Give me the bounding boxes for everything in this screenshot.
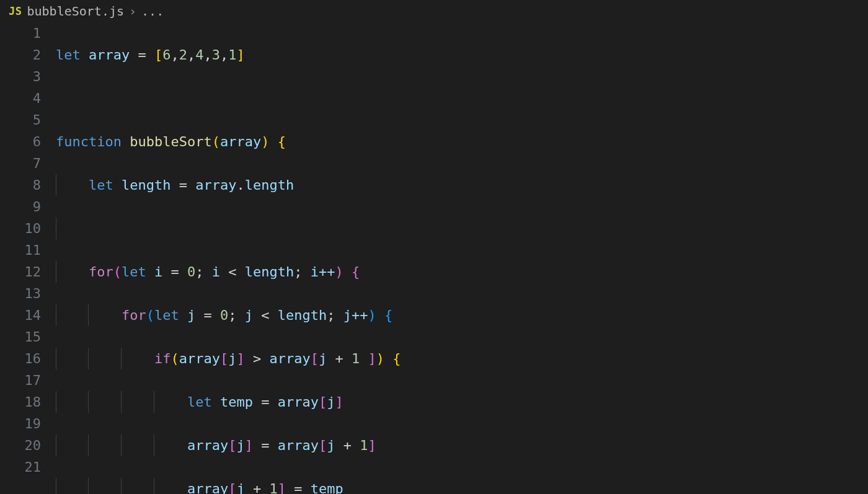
operator: = (261, 394, 269, 410)
code-line[interactable] (56, 87, 868, 109)
code-line[interactable]: function bubbleSort(array) { (56, 131, 868, 152)
identifier: array (187, 438, 228, 453)
operator: + (335, 351, 343, 366)
operator: = (138, 47, 146, 63)
number: 1 (352, 351, 360, 366)
line-number: 16 (0, 348, 41, 369)
operator: < (228, 264, 236, 280)
line-number: 17 (0, 369, 41, 391)
identifier: length (278, 307, 327, 323)
identifier: j (187, 307, 195, 323)
line-number: 4 (0, 87, 41, 109)
keyword: let (154, 307, 179, 323)
identifier: length (245, 264, 294, 280)
identifier: j (319, 351, 327, 366)
identifier: array (187, 481, 228, 494)
identifier: array (179, 351, 220, 366)
keyword: let (187, 394, 212, 410)
operator: = (294, 481, 302, 494)
line-number: 14 (0, 304, 41, 326)
line-number: 7 (0, 152, 41, 174)
identifier: array (278, 394, 319, 410)
code-area[interactable]: let array = [6,2,4,3,1] function bubbleS… (56, 22, 868, 494)
line-number: 9 (0, 196, 41, 218)
identifier: temp (220, 394, 253, 410)
identifier: j (327, 438, 335, 453)
code-line[interactable] (56, 218, 868, 239)
keyword: if (154, 351, 171, 366)
breadcrumb-tail[interactable]: ... (141, 4, 164, 19)
line-number: 13 (0, 283, 41, 304)
identifier: temp (311, 481, 343, 494)
line-number: 8 (0, 174, 41, 196)
operator: = (261, 438, 269, 453)
operator: + (343, 438, 352, 453)
line-number: 21 (0, 456, 41, 478)
identifier: j (327, 394, 335, 410)
identifier: j (245, 307, 253, 323)
identifier: array (89, 47, 130, 63)
line-number: 10 (0, 218, 41, 239)
line-number: 3 (0, 66, 41, 87)
keyword: let (89, 177, 113, 193)
code-line[interactable]: for(let j = 0; j < length; j++) { (56, 304, 868, 326)
line-number: 1 (0, 22, 41, 44)
line-number-gutter: 1 2 3 4 5 6 7 8 9 10 11 12 13 14 15 16 1… (0, 22, 56, 494)
number: 0 (220, 307, 228, 323)
code-editor[interactable]: 1 2 3 4 5 6 7 8 9 10 11 12 13 14 15 16 1… (0, 21, 868, 494)
identifier: i (212, 264, 220, 280)
chevron-right-icon: › (129, 4, 136, 19)
operator: < (261, 307, 269, 323)
code-line[interactable]: let array = [6,2,4,3,1] (56, 44, 868, 66)
keyword: let (56, 47, 81, 63)
line-number: 2 (0, 44, 41, 66)
identifier: length (122, 177, 170, 193)
number: 1 (269, 481, 277, 494)
identifier: j (236, 481, 244, 494)
identifier: i (154, 264, 162, 280)
breadcrumb-filename[interactable]: bubbleSort.js (27, 4, 124, 19)
keyword: for (89, 264, 113, 280)
operator: = (179, 177, 187, 193)
identifier: j (228, 351, 236, 366)
keyword: for (122, 307, 146, 323)
line-number: 12 (0, 261, 41, 283)
code-line[interactable]: let temp = array[j] (56, 391, 868, 413)
code-line[interactable]: array[j + 1] = temp (56, 478, 868, 494)
code-line[interactable]: let length = array.length (56, 174, 868, 196)
breadcrumb[interactable]: JS bubbleSort.js › ... (0, 0, 868, 21)
operator: > (253, 351, 261, 366)
property: length (245, 177, 294, 193)
line-number: 19 (0, 413, 41, 434)
identifier: array (269, 351, 310, 366)
code-line[interactable]: for(let i = 0; i < length; i++) { (56, 261, 868, 283)
line-number: 6 (0, 131, 41, 152)
line-number: 15 (0, 326, 41, 348)
identifier: i++ (311, 264, 335, 280)
identifier: array (195, 177, 236, 193)
function-name: bubbleSort (130, 134, 211, 149)
line-number: 11 (0, 239, 41, 261)
code-line[interactable]: array[j] = array[j + 1] (56, 434, 868, 456)
identifier: j (236, 438, 244, 453)
line-number: 20 (0, 434, 41, 456)
line-number: 18 (0, 391, 41, 413)
operator: + (253, 481, 261, 494)
parameter: array (220, 134, 261, 149)
number: 0 (187, 264, 195, 280)
keyword: function (56, 134, 122, 149)
line-number: 5 (0, 109, 41, 131)
code-line[interactable]: if(array[j] > array[j + 1 ]) { (56, 348, 868, 369)
js-file-icon: JS (9, 5, 22, 17)
identifier: array (278, 438, 319, 453)
number: 1 (360, 438, 368, 453)
keyword: let (122, 264, 146, 280)
identifier: j++ (343, 307, 368, 323)
